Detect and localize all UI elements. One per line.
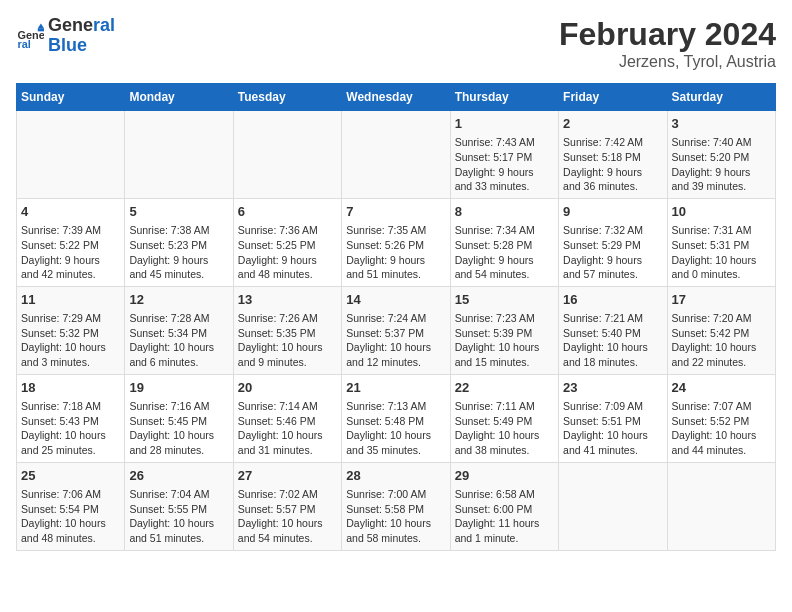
calendar-cell: 18Sunrise: 7:18 AM Sunset: 5:43 PM Dayli… [17,374,125,462]
calendar-cell: 17Sunrise: 7:20 AM Sunset: 5:42 PM Dayli… [667,286,775,374]
svg-marker-3 [38,28,44,31]
calendar-cell: 20Sunrise: 7:14 AM Sunset: 5:46 PM Dayli… [233,374,341,462]
day-info: Sunrise: 7:13 AM Sunset: 5:48 PM Dayligh… [346,399,445,458]
calendar-cell: 8Sunrise: 7:34 AM Sunset: 5:28 PM Daylig… [450,198,558,286]
day-info: Sunrise: 7:34 AM Sunset: 5:28 PM Dayligh… [455,223,554,282]
weekday-header-sunday: Sunday [17,84,125,111]
day-number: 15 [455,291,554,309]
calendar-cell: 3Sunrise: 7:40 AM Sunset: 5:20 PM Daylig… [667,111,775,199]
logo-general: Gene [48,15,93,35]
day-number: 11 [21,291,120,309]
calendar-week-row: 25Sunrise: 7:06 AM Sunset: 5:54 PM Dayli… [17,462,776,550]
calendar-cell: 29Sunrise: 6:58 AM Sunset: 6:00 PM Dayli… [450,462,558,550]
calendar-cell: 28Sunrise: 7:00 AM Sunset: 5:58 PM Dayli… [342,462,450,550]
calendar-cell: 7Sunrise: 7:35 AM Sunset: 5:26 PM Daylig… [342,198,450,286]
day-info: Sunrise: 7:39 AM Sunset: 5:22 PM Dayligh… [21,223,120,282]
day-number: 1 [455,115,554,133]
day-info: Sunrise: 7:23 AM Sunset: 5:39 PM Dayligh… [455,311,554,370]
logo: Gene ral General Blue [16,16,115,56]
calendar-cell: 21Sunrise: 7:13 AM Sunset: 5:48 PM Dayli… [342,374,450,462]
day-number: 29 [455,467,554,485]
weekday-header-row: SundayMondayTuesdayWednesdayThursdayFrid… [17,84,776,111]
calendar-cell: 2Sunrise: 7:42 AM Sunset: 5:18 PM Daylig… [559,111,667,199]
weekday-header-thursday: Thursday [450,84,558,111]
day-number: 3 [672,115,771,133]
calendar-cell: 1Sunrise: 7:43 AM Sunset: 5:17 PM Daylig… [450,111,558,199]
day-number: 26 [129,467,228,485]
day-info: Sunrise: 7:20 AM Sunset: 5:42 PM Dayligh… [672,311,771,370]
calendar-cell: 19Sunrise: 7:16 AM Sunset: 5:45 PM Dayli… [125,374,233,462]
day-info: Sunrise: 7:04 AM Sunset: 5:55 PM Dayligh… [129,487,228,546]
day-number: 16 [563,291,662,309]
day-number: 24 [672,379,771,397]
calendar-cell: 10Sunrise: 7:31 AM Sunset: 5:31 PM Dayli… [667,198,775,286]
calendar-cell: 16Sunrise: 7:21 AM Sunset: 5:40 PM Dayli… [559,286,667,374]
day-number: 20 [238,379,337,397]
day-info: Sunrise: 7:40 AM Sunset: 5:20 PM Dayligh… [672,135,771,194]
day-info: Sunrise: 7:02 AM Sunset: 5:57 PM Dayligh… [238,487,337,546]
calendar-cell: 13Sunrise: 7:26 AM Sunset: 5:35 PM Dayli… [233,286,341,374]
weekday-header-wednesday: Wednesday [342,84,450,111]
calendar-cell [125,111,233,199]
day-info: Sunrise: 7:29 AM Sunset: 5:32 PM Dayligh… [21,311,120,370]
calendar-cell [667,462,775,550]
calendar-cell: 5Sunrise: 7:38 AM Sunset: 5:23 PM Daylig… [125,198,233,286]
calendar-week-row: 11Sunrise: 7:29 AM Sunset: 5:32 PM Dayli… [17,286,776,374]
day-number: 22 [455,379,554,397]
day-info: Sunrise: 7:36 AM Sunset: 5:25 PM Dayligh… [238,223,337,282]
day-number: 7 [346,203,445,221]
day-number: 17 [672,291,771,309]
day-info: Sunrise: 6:58 AM Sunset: 6:00 PM Dayligh… [455,487,554,546]
calendar-cell: 23Sunrise: 7:09 AM Sunset: 5:51 PM Dayli… [559,374,667,462]
calendar-cell [233,111,341,199]
day-number: 28 [346,467,445,485]
day-number: 14 [346,291,445,309]
day-number: 27 [238,467,337,485]
calendar-week-row: 1Sunrise: 7:43 AM Sunset: 5:17 PM Daylig… [17,111,776,199]
calendar-cell: 27Sunrise: 7:02 AM Sunset: 5:57 PM Dayli… [233,462,341,550]
day-number: 12 [129,291,228,309]
logo-ral: ral [93,15,115,35]
day-number: 10 [672,203,771,221]
day-number: 23 [563,379,662,397]
logo-icon: Gene ral [16,22,44,50]
day-number: 8 [455,203,554,221]
weekday-header-saturday: Saturday [667,84,775,111]
calendar-cell: 22Sunrise: 7:11 AM Sunset: 5:49 PM Dayli… [450,374,558,462]
day-info: Sunrise: 7:24 AM Sunset: 5:37 PM Dayligh… [346,311,445,370]
calendar-cell: 9Sunrise: 7:32 AM Sunset: 5:29 PM Daylig… [559,198,667,286]
calendar-cell: 25Sunrise: 7:06 AM Sunset: 5:54 PM Dayli… [17,462,125,550]
day-info: Sunrise: 7:31 AM Sunset: 5:31 PM Dayligh… [672,223,771,282]
calendar-table: SundayMondayTuesdayWednesdayThursdayFrid… [16,83,776,551]
day-number: 9 [563,203,662,221]
day-info: Sunrise: 7:00 AM Sunset: 5:58 PM Dayligh… [346,487,445,546]
weekday-header-friday: Friday [559,84,667,111]
day-info: Sunrise: 7:07 AM Sunset: 5:52 PM Dayligh… [672,399,771,458]
day-info: Sunrise: 7:14 AM Sunset: 5:46 PM Dayligh… [238,399,337,458]
day-info: Sunrise: 7:18 AM Sunset: 5:43 PM Dayligh… [21,399,120,458]
day-info: Sunrise: 7:35 AM Sunset: 5:26 PM Dayligh… [346,223,445,282]
logo-blue: Blue [48,36,115,56]
calendar-cell: 24Sunrise: 7:07 AM Sunset: 5:52 PM Dayli… [667,374,775,462]
calendar-cell [559,462,667,550]
day-number: 2 [563,115,662,133]
svg-marker-2 [38,23,44,28]
calendar-cell: 4Sunrise: 7:39 AM Sunset: 5:22 PM Daylig… [17,198,125,286]
calendar-cell [342,111,450,199]
day-number: 25 [21,467,120,485]
day-info: Sunrise: 7:16 AM Sunset: 5:45 PM Dayligh… [129,399,228,458]
calendar-week-row: 18Sunrise: 7:18 AM Sunset: 5:43 PM Dayli… [17,374,776,462]
day-info: Sunrise: 7:38 AM Sunset: 5:23 PM Dayligh… [129,223,228,282]
day-info: Sunrise: 7:32 AM Sunset: 5:29 PM Dayligh… [563,223,662,282]
weekday-header-tuesday: Tuesday [233,84,341,111]
day-number: 4 [21,203,120,221]
day-info: Sunrise: 7:42 AM Sunset: 5:18 PM Dayligh… [563,135,662,194]
calendar-title-block: February 2024 Jerzens, Tyrol, Austria [559,16,776,71]
day-number: 13 [238,291,337,309]
day-number: 18 [21,379,120,397]
day-info: Sunrise: 7:21 AM Sunset: 5:40 PM Dayligh… [563,311,662,370]
calendar-location: Jerzens, Tyrol, Austria [559,53,776,71]
day-info: Sunrise: 7:43 AM Sunset: 5:17 PM Dayligh… [455,135,554,194]
day-number: 21 [346,379,445,397]
calendar-cell: 15Sunrise: 7:23 AM Sunset: 5:39 PM Dayli… [450,286,558,374]
